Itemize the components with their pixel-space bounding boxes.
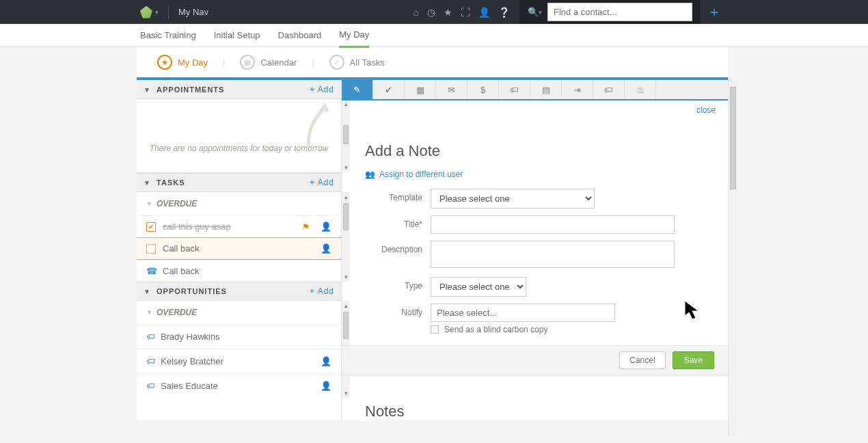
tasks-title: TASKS	[157, 178, 185, 187]
tasks-group-overdue[interactable]: ▼OVERDUE	[137, 192, 341, 215]
tab-flow[interactable]: ⇥	[562, 80, 593, 99]
collapse-toggle-icon[interactable]: ▼	[144, 86, 151, 94]
form-title: Add a Note	[365, 142, 707, 160]
assignee-icon[interactable]: 👤	[321, 356, 331, 366]
tasks-list: ▼OVERDUE ✔ call this guy asap ⚑ 👤 Call b…	[137, 192, 341, 282]
opportunity-label: Kelsey Bratcher	[161, 356, 223, 366]
flag-icon[interactable]: ⚑	[302, 222, 310, 232]
grid-icon[interactable]: ⛶	[461, 7, 470, 18]
assignee-icon[interactable]: 👤	[321, 222, 331, 232]
search-input[interactable]	[547, 3, 692, 21]
card-icon: ▤	[542, 85, 550, 95]
subtab-calendar[interactable]: ▦ Calendar	[232, 55, 305, 70]
description-label: Description	[365, 241, 431, 254]
subtab-label: My Day	[178, 57, 208, 68]
tab-email[interactable]: ✉	[436, 80, 467, 99]
collapse-toggle-icon[interactable]: ▼	[144, 179, 151, 187]
fire-icon: ♨	[636, 85, 645, 95]
cancel-button[interactable]: Cancel	[619, 351, 665, 369]
global-search[interactable]: 🔍▾	[519, 0, 701, 24]
phone-icon: ☎	[146, 266, 157, 276]
task-row[interactable]: Call back 👤	[137, 237, 341, 260]
assignee-icon[interactable]: 👤	[321, 381, 331, 391]
task-label: Call back	[163, 266, 199, 276]
search-icon: 🔍	[528, 7, 539, 17]
app-name: My Nav	[178, 7, 208, 17]
nav-basic-training[interactable]: Basic Training	[140, 24, 196, 46]
scroll-thumb[interactable]	[730, 87, 736, 189]
nav-initial-setup[interactable]: Initial Setup	[214, 24, 260, 46]
appointments-add-button[interactable]: + Add	[310, 85, 334, 94]
star-icon[interactable]: ★	[444, 7, 452, 18]
subtab-my-day[interactable]: ★ My Day	[149, 55, 216, 70]
template-select[interactable]: Please select one	[431, 189, 595, 209]
check-icon: ✔	[385, 85, 392, 95]
tab-tag[interactable]: 🏷	[499, 80, 530, 99]
tab-card[interactable]: ▤	[530, 80, 562, 99]
assign-user-label: Assign to different user	[379, 170, 463, 179]
appointments-list: There are no appointments for today or t…	[137, 99, 341, 173]
calendar-icon: ▦	[416, 85, 424, 95]
assign-user-link[interactable]: 👥 Assign to different user	[365, 170, 707, 179]
bcc-label: Send as a blind carbon copy	[444, 325, 547, 334]
tab-money[interactable]: $	[467, 80, 499, 99]
opportunity-label: Sales Educate	[161, 381, 218, 391]
nav-dashboard[interactable]: Dashboard	[278, 24, 322, 46]
opportunity-row[interactable]: 🏷 Sales Educate 👤	[137, 373, 341, 398]
star-circle-icon: ★	[157, 55, 172, 70]
opportunity-row[interactable]: 🏷 Brady Hawkins	[137, 324, 341, 349]
check-circle-icon: ✓	[329, 55, 344, 70]
tag-icon: 🏷	[146, 381, 155, 391]
app-menu-caret-icon[interactable]: ▾	[155, 9, 159, 16]
app-logo-icon[interactable]	[140, 6, 152, 18]
opportunities-group-overdue[interactable]: ▼OVERDUE	[137, 301, 341, 324]
tag-icon: 🏷	[510, 85, 519, 95]
opportunity-row[interactable]: 🏷 Kelsey Bratcher 👤	[137, 349, 341, 373]
tab-fire[interactable]: ♨	[625, 80, 656, 99]
tab-tags2[interactable]: 🏷	[593, 80, 625, 99]
clock-icon[interactable]: ◷	[427, 7, 435, 18]
task-row[interactable]: ☎ Call back	[137, 260, 341, 282]
notify-input[interactable]	[431, 304, 615, 322]
appointments-title: APPOINTMENTS	[157, 85, 224, 94]
subtab-all-tasks[interactable]: ✓ All Tasks	[321, 55, 393, 70]
right-panel-scrollbar[interactable]	[728, 80, 737, 435]
users-icon: 👥	[365, 170, 375, 179]
description-textarea[interactable]	[431, 241, 675, 268]
notify-label: Notify	[365, 304, 431, 317]
opportunities-title: OPPORTUNITIES	[157, 287, 227, 295]
sub-tab-bar: ★ My Day | ▦ Calendar | ✓ All Tasks	[137, 47, 728, 80]
user-icon[interactable]: 👤	[478, 7, 490, 18]
bcc-checkbox[interactable]	[431, 325, 439, 334]
checkbox-icon[interactable]	[146, 244, 156, 254]
tab-calendar[interactable]: ▦	[405, 80, 436, 99]
help-icon[interactable]: ❔	[498, 7, 510, 18]
assignee-icon[interactable]: 👤	[321, 243, 331, 254]
global-add-button[interactable]: ＋	[701, 0, 728, 24]
tab-note[interactable]: ✎	[342, 80, 373, 99]
title-input[interactable]	[431, 215, 675, 234]
tab-task[interactable]: ✔	[373, 80, 405, 99]
save-button[interactable]: Save	[673, 351, 714, 369]
type-label: Type	[365, 277, 431, 291]
action-tab-strip: ✎ ✔ ▦ ✉ $ 🏷 ▤ ⇥ 🏷 ♨	[342, 80, 728, 100]
opportunity-label: Brady Hawkins	[161, 332, 220, 342]
home-icon[interactable]: ⌂	[413, 7, 419, 18]
close-link[interactable]: close	[696, 105, 716, 115]
opportunities-list: ▼OVERDUE 🏷 Brady Hawkins 🏷 Kelsey Bratch…	[137, 301, 341, 398]
type-select[interactable]: Please select one	[431, 277, 526, 297]
task-label: call this guy asap	[163, 222, 231, 232]
title-label: Title*	[365, 215, 431, 229]
calendar-circle-icon: ▦	[240, 55, 255, 70]
global-topbar: ▾ My Nav ⌂ ◷ ★ ⛶ 👤 ❔ 🔍▾ ＋	[0, 0, 868, 24]
collapse-toggle-icon[interactable]: ▼	[144, 288, 151, 295]
dollar-icon: $	[480, 85, 485, 95]
checkbox-checked-icon[interactable]: ✔	[146, 222, 156, 232]
divider	[168, 5, 169, 19]
tasks-add-button[interactable]: + Add	[310, 178, 334, 187]
task-row[interactable]: ✔ call this guy asap ⚑ 👤	[137, 215, 341, 237]
nav-my-day[interactable]: My Day	[339, 23, 369, 48]
notes-section-title: Notes	[365, 403, 707, 420]
add-hint-arrow-icon	[301, 102, 329, 148]
opportunities-add-button[interactable]: + Add	[310, 286, 334, 296]
